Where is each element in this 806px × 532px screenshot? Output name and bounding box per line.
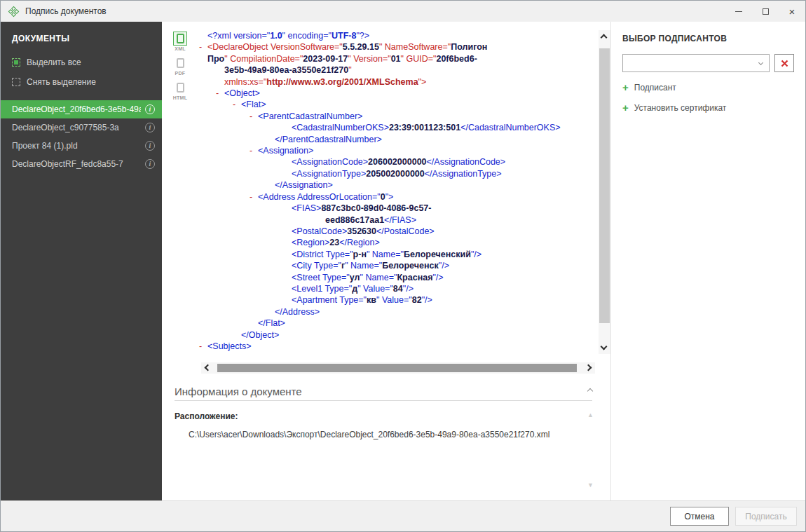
document-label: DeclareObject_c9077585-3a: [12, 123, 141, 132]
document-list-item[interactable]: Проект 84 (1).pldi: [1, 137, 162, 155]
document-list-item[interactable]: DeclareObject_c9077585-3ai: [1, 118, 162, 137]
select-all-label: Выделить все: [27, 57, 81, 67]
document-list-item[interactable]: DeclareObject_20f6bed6-3e5b-49a9-80ea-a3…: [1, 100, 162, 118]
window-controls: ×: [725, 1, 805, 22]
xml-line: </Object>: [196, 329, 598, 341]
sidebar-header: ДОКУМЕНТЫ: [1, 22, 162, 53]
footer-bar: Отмена Подписать: [1, 500, 805, 531]
plus-icon: +: [622, 104, 629, 112]
xml-line: <Apartment Type="кв" Value="82"/>: [196, 294, 598, 306]
document-page-icon: [173, 56, 187, 70]
collapse-minus-icon[interactable]: -: [250, 191, 258, 203]
collapse-minus-icon[interactable]: -: [250, 145, 258, 156]
xml-line: <District Type="р-н" Name="Белореченский…: [196, 249, 598, 260]
format-pdf-button[interactable]: PDF: [171, 56, 189, 76]
add-signer-link[interactable]: + Подписант: [622, 83, 794, 93]
xml-line: </ParentCadastralNumber>: [196, 134, 598, 145]
vertical-scrollbar[interactable]: [599, 30, 610, 354]
collapse-minus-icon[interactable]: -: [199, 41, 207, 53]
signers-header: ВЫБОР ПОДПИСАНТОВ: [611, 22, 805, 43]
cancel-button[interactable]: Отмена: [670, 507, 729, 526]
xml-line: -<Flat>: [196, 99, 598, 110]
sign-button[interactable]: Подписать: [735, 507, 797, 526]
document-info-icon[interactable]: i: [145, 104, 155, 114]
xml-line: -<DeclareObject VersionSoftware="5.5.29.…: [196, 41, 598, 53]
xml-line: <PostalCode>352630</PostalCode>: [196, 226, 598, 237]
collapse-minus-icon[interactable]: -: [199, 341, 207, 352]
signer-select[interactable]: [622, 54, 770, 72]
document-page-icon: [173, 81, 187, 95]
titlebar: Подпись документов ×: [1, 1, 805, 22]
xml-line: <AssignationType>205002000000</Assignati…: [196, 168, 598, 179]
xml-line: -<ParentCadastralNumber>: [196, 111, 598, 122]
install-certificate-label: Установить сертификат: [634, 103, 727, 113]
remove-signer-button[interactable]: [774, 54, 794, 72]
format-label: XML: [175, 46, 186, 51]
document-label: DeclareObjectRF_fedc8a55-7: [12, 159, 141, 169]
chevron-down-icon: [758, 60, 763, 65]
scroll-up-icon[interactable]: [601, 34, 608, 41]
documents-sidebar: ДОКУМЕНТЫ Выделить все Снять выделение D…: [1, 22, 162, 500]
signer-select-row: [622, 54, 794, 72]
deselect-all-action[interactable]: Снять выделение: [1, 72, 162, 92]
close-button[interactable]: ×: [779, 1, 805, 22]
select-all-icon: [12, 58, 20, 67]
xml-line: Про" CompilationDate="2023-09-17" Versio…: [196, 53, 598, 64]
format-switcher: XMLPDFHTML: [171, 32, 189, 100]
vertical-scroll-thumb[interactable]: [599, 48, 610, 323]
select-all-action[interactable]: Выделить все: [1, 53, 162, 72]
collapse-minus-icon[interactable]: -: [233, 99, 241, 110]
location-value: C:\Users\acer\Downloads\Экспорт\DeclareO…: [189, 430, 549, 439]
document-info-icon[interactable]: i: [145, 159, 155, 169]
xml-line: <Level1 Type="д" Value="84"/>: [196, 283, 598, 294]
red-x-icon: [781, 60, 788, 67]
document-info-icon[interactable]: i: [145, 123, 155, 132]
xml-line: <CadastralNumberOKS>23:39:001123:501</Ca…: [196, 122, 598, 133]
minimize-icon: [735, 11, 742, 12]
collapse-minus-icon[interactable]: -: [216, 88, 224, 99]
scroll-down-icon[interactable]: [601, 343, 608, 350]
document-info-icon[interactable]: i: [145, 141, 155, 151]
collapse-minus-icon[interactable]: -: [250, 111, 258, 122]
collapse-chevron-icon[interactable]: [587, 388, 593, 394]
document-signing-window: Подпись документов × ДОКУМЕНТЫ Выделить …: [0, 0, 806, 532]
horizontal-scrollbar[interactable]: [201, 362, 595, 374]
xml-line: -<Address AddressOrLocation="0">: [196, 191, 598, 203]
xml-line: <Region>23</Region>: [196, 237, 598, 248]
xml-line: -<Assignation>: [196, 145, 598, 156]
minimize-button[interactable]: [725, 1, 752, 22]
format-xml-button[interactable]: XML: [171, 32, 189, 51]
format-label: PDF: [175, 71, 186, 76]
xml-line: xmlns:xs="http://www.w3.org/2001/XMLSche…: [196, 76, 598, 88]
maximize-icon: [763, 8, 769, 15]
info-scroll-up-icon[interactable]: ▲: [587, 411, 594, 418]
deselect-icon: [12, 78, 20, 86]
xml-line: <FIAS>887c3bc0-89d0-4086-9c57-: [196, 203, 598, 214]
format-label: HTML: [173, 95, 188, 100]
maximize-button[interactable]: [752, 1, 779, 22]
scroll-right-icon[interactable]: [585, 364, 592, 371]
install-certificate-link[interactable]: + Установить сертификат: [622, 103, 794, 113]
add-signer-label: Подписант: [634, 83, 676, 93]
xml-line: <Street Type="ул" Name="Красная"/>: [196, 272, 598, 283]
xml-preview: <?xml version="1.0" encoding="UTF-8"?>-<…: [196, 30, 598, 354]
app-logo-icon: [8, 6, 20, 17]
format-html-button[interactable]: HTML: [171, 81, 189, 100]
document-list-item[interactable]: DeclareObjectRF_fedc8a55-7i: [1, 155, 162, 173]
preview-panel: XMLPDFHTML <?xml version="1.0" encoding=…: [162, 22, 610, 500]
xml-line: -<Object>: [196, 88, 598, 99]
xml-line: <City Type="г" Name="Белореченск"/>: [196, 260, 598, 271]
document-label: Проект 84 (1).pld: [12, 141, 141, 151]
location-label: Расположение:: [175, 411, 238, 421]
info-scroll-down-icon[interactable]: ▼: [587, 482, 594, 489]
close-icon: ×: [789, 6, 795, 17]
xml-line: </Flat>: [196, 318, 598, 329]
deselect-label: Снять выделение: [27, 77, 96, 87]
xml-line: </Address>: [196, 306, 598, 318]
horizontal-scroll-thumb[interactable]: [217, 364, 577, 372]
xml-line: -<Subjects>: [196, 341, 598, 352]
scroll-left-icon[interactable]: [205, 364, 212, 371]
xml-line: eed886c17aa1</FIAS>: [196, 214, 598, 226]
signers-panel: ВЫБОР ПОДПИСАНТОВ + Подписант + Установи…: [610, 22, 805, 500]
xml-line: <?xml version="1.0" encoding="UTF-8"?>: [196, 30, 598, 41]
